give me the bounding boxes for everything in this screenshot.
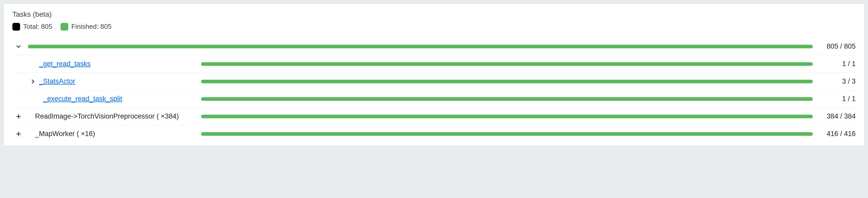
swatch-total-icon [12,23,20,31]
summary-count: 805 / 805 [822,42,856,50]
task-row: _StatsActor 3 / 3 [12,73,856,90]
progress-bar [201,80,813,83]
task-row: _get_read_tasks 1 / 1 [12,55,856,73]
collapse-toggle[interactable] [12,43,25,50]
task-label-area: _StatsActor [12,77,198,85]
task-label-area: ReadImage->TorchVisionPreprocessor ( ×38… [12,112,198,120]
chevron-down-icon [15,43,22,50]
expand-toggle[interactable] [12,131,25,137]
task-row: _MapWorker ( ×16) 416 / 416 [12,125,856,143]
progress-bar [201,97,813,101]
progress-fill [201,97,813,101]
chevron-right-icon [30,78,36,85]
swatch-finished-icon [61,23,68,31]
summary-row: 805 / 805 [12,38,856,55]
progress-bar [201,132,813,136]
legend: Total: 805 Finished: 805 [12,23,856,31]
task-label-area: _execute_read_task_split [12,95,198,103]
progress-bar [201,115,813,118]
task-label-area: _get_read_tasks [12,60,198,68]
task-count: 384 / 384 [822,112,856,120]
expand-toggle[interactable] [27,78,39,85]
tasks-panel: Tasks (beta) Total: 805 Finished: 805 80… [4,4,864,146]
task-link-get-read-tasks[interactable]: _get_read_tasks [39,60,91,68]
task-count: 3 / 3 [822,77,856,85]
task-row: ReadImage->TorchVisionPreprocessor ( ×38… [12,108,856,125]
progress-fill [201,80,813,83]
plus-icon [15,113,22,120]
expand-toggle[interactable] [12,113,25,120]
task-label-mapworker: _MapWorker ( ×16) [35,130,95,138]
task-row: _execute_read_task_split 1 / 1 [12,90,856,108]
task-count: 1 / 1 [822,60,856,68]
legend-finished: Finished: 805 [61,23,112,31]
task-label-readimage: ReadImage->TorchVisionPreprocessor ( ×38… [35,112,179,120]
legend-total-label: Total: 805 [23,23,52,31]
task-count: 416 / 416 [822,130,856,138]
progress-fill [201,62,813,66]
summary-progress-bar [28,45,813,48]
summary-progress-fill [28,45,813,48]
legend-finished-label: Finished: 805 [71,23,112,31]
panel-title: Tasks (beta) [12,10,856,18]
task-link-stats-actor[interactable]: _StatsActor [39,77,75,85]
progress-fill [201,115,813,118]
progress-fill [201,132,813,136]
task-count: 1 / 1 [822,95,856,103]
legend-total: Total: 805 [12,23,52,31]
progress-bar [201,62,813,66]
plus-icon [15,131,22,137]
task-label-area: _MapWorker ( ×16) [12,130,198,138]
task-link-execute-read-task-split[interactable]: _execute_read_task_split [43,95,122,103]
